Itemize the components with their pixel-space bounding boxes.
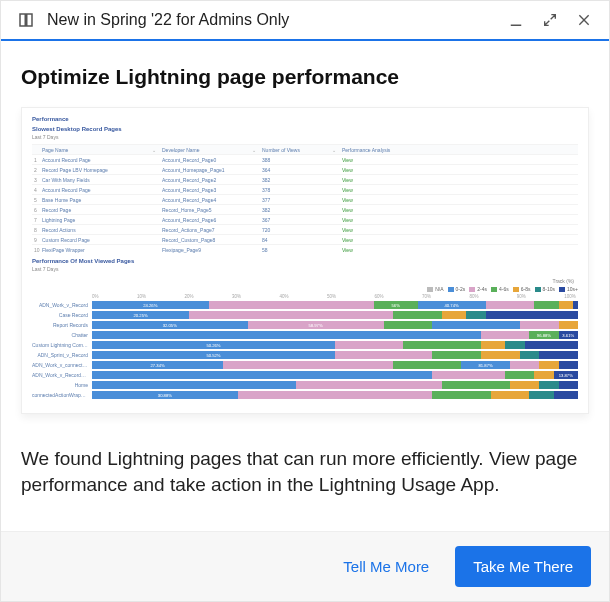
chart-bar-row: Chatter96.88%3.61% — [32, 331, 578, 339]
book-icon — [17, 11, 35, 29]
chart-legend: N/A0-2s2-4s4-6s6-8s8-10s10s+ — [32, 286, 578, 292]
dash-table-header: Page Name⌄ Developer Name⌄ Number of Vie… — [32, 144, 578, 154]
table-row: 10FlexiPage WrapperFlexipage_Page958View — [32, 244, 578, 254]
close-icon[interactable] — [575, 11, 593, 29]
table-row: 9Custom Record PageRecord_Custom_Page884… — [32, 234, 578, 244]
panel-footer: Tell Me More Take Me There — [1, 531, 609, 601]
panel-header: New in Spring '22 for Admins Only — [1, 1, 609, 41]
dash-subtitle2: Last 7 Days — [32, 266, 578, 272]
chart-bar-row: ADN_Sprint_v_Record50.52% — [32, 351, 578, 359]
performance-dashboard-image: Performance Slowest Desktop Record Pages… — [21, 107, 589, 414]
panel-body: Optimize Lightning page performance Perf… — [1, 41, 609, 531]
table-row: 7Lightning PageAccount_Record_Page6367Vi… — [32, 214, 578, 224]
table-row: 1Account Record PageAccount_Record_Page0… — [32, 154, 578, 164]
chart-bar-row: ADN_Work_v_Record24.26%56%40.74% — [32, 301, 578, 309]
table-row: 2Record Page LBV HomepageAccount_Homepag… — [32, 164, 578, 174]
chart-bar-row: Home — [32, 381, 578, 389]
expand-icon[interactable] — [541, 11, 559, 29]
table-row: 4Account Record PageAccount_Record_Page3… — [32, 184, 578, 194]
dash-section2-title: Performance Of Most Viewed Pages — [32, 258, 578, 264]
chart-bar-row: Custom Lightning Component50.26% — [32, 341, 578, 349]
chart-axis-label: Track (%) — [32, 278, 578, 284]
dash-title: Performance — [32, 116, 578, 122]
chart-bar-row: Report Records32.05%58.97% — [32, 321, 578, 329]
content-description: We found Lightning pages that can run mo… — [21, 446, 589, 497]
take-me-there-button[interactable]: Take Me There — [455, 546, 591, 587]
table-row: 6Record PageRecord_Home_Page5382View — [32, 204, 578, 214]
chart-ticks: 0%10%20%30%40%50%60%70%80%90%100% — [32, 294, 578, 301]
guidance-panel: New in Spring '22 for Admins Only Optimi… — [0, 0, 610, 602]
minimize-icon[interactable] — [507, 11, 525, 29]
chart-bar-row: ADN_Work_v_RecordList13.87% — [32, 371, 578, 379]
tell-me-more-button[interactable]: Tell Me More — [331, 548, 441, 585]
panel-title: New in Spring '22 for Admins Only — [47, 11, 495, 29]
chart-bar-row: ADN_Work_v_connectedActionWrapper27.34%8… — [32, 361, 578, 369]
chart-bar-row: Case Record20.25% — [32, 311, 578, 319]
dash-subtitle1: Last 7 Days — [32, 134, 578, 140]
content-heading: Optimize Lightning page performance — [21, 65, 589, 89]
table-row: 5Base Home PageAccount_Record_Page4377Vi… — [32, 194, 578, 204]
table-row: 3Car With Many FieldsAccount_Record_Page… — [32, 174, 578, 184]
dash-section1-title: Slowest Desktop Record Pages — [32, 126, 578, 132]
table-row: 8Record ActionsRecord_Actions_Page7720Vi… — [32, 224, 578, 234]
stacked-bar-chart: Track (%) N/A0-2s2-4s4-6s6-8s8-10s10s+ 0… — [32, 278, 578, 399]
chart-bar-row: connectedActionWrapper30.88% — [32, 391, 578, 399]
